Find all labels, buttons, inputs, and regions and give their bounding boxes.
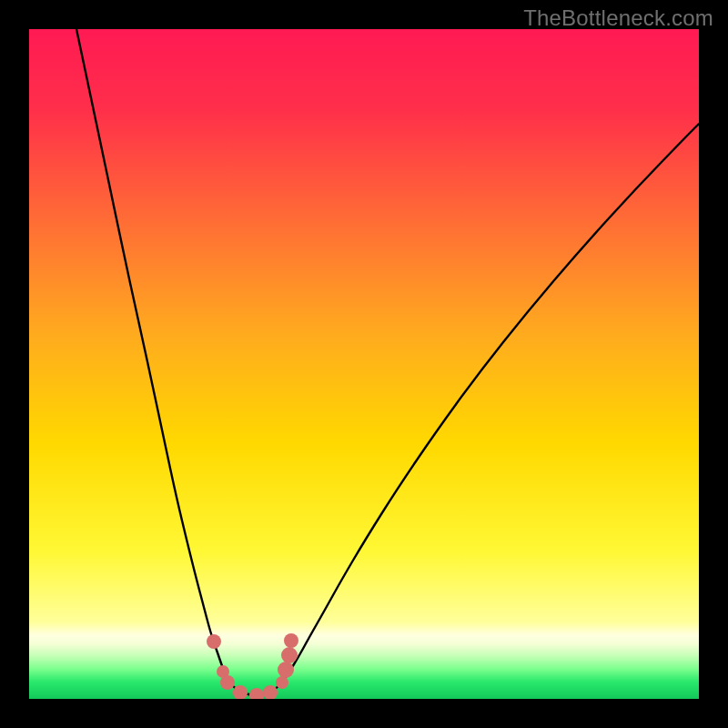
marker-point	[278, 662, 294, 678]
series-left-branch	[76, 29, 229, 682]
series-right-branch	[282, 124, 699, 682]
marker-point	[284, 633, 298, 648]
marker-point	[276, 676, 288, 689]
watermark-text: TheBottleneck.com	[523, 5, 713, 31]
plot-area	[29, 29, 699, 699]
marker-point	[281, 647, 298, 663]
marker-point	[220, 675, 235, 690]
chart-frame: TheBottleneck.com	[0, 0, 728, 728]
curve-layer	[29, 29, 699, 699]
marker-point	[249, 688, 264, 699]
marker-point	[207, 634, 221, 649]
